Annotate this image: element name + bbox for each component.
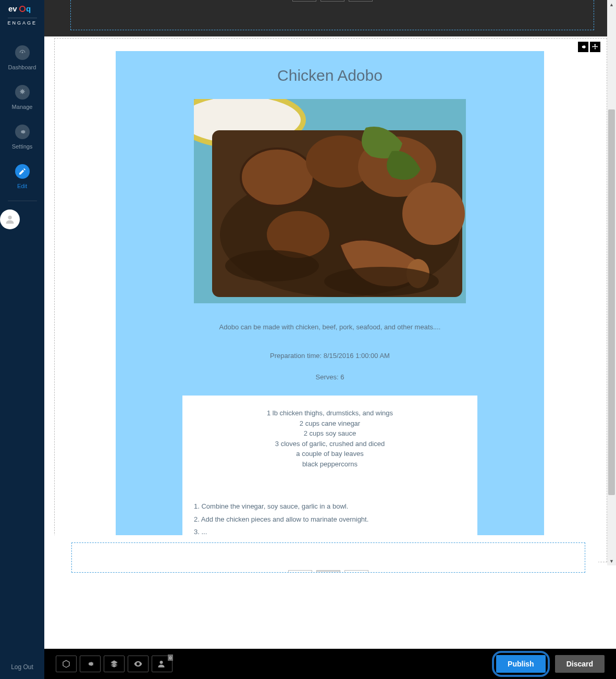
avatar[interactable] [0, 209, 20, 229]
ingredient-item: 1 lb chicken thighs, drumsticks, and win… [194, 408, 466, 418]
sidebar-nav: Dashboard Manage Settings Edit [0, 38, 44, 229]
publish-button[interactable]: Publish [496, 655, 546, 673]
edit-toolbar: 0 Publish Discard [44, 649, 616, 679]
logo-subtitle: ENGAGE [8, 18, 37, 26]
recipe-title: Chicken Adobo [116, 67, 544, 84]
preview-button[interactable] [128, 656, 149, 672]
users-button[interactable]: 0 [152, 656, 173, 672]
svg-point-16 [324, 267, 439, 296]
instructions-list: 1. Combine the vinegar, soy sauce, garli… [194, 500, 466, 539]
pencil-icon [15, 164, 30, 179]
recipe-prep-time: Preparation time: 8/15/2016 1:00:00 AM [126, 352, 534, 360]
sidebar-item-manage[interactable]: Manage [0, 78, 44, 117]
ingredient-item: black peppercorns [194, 459, 466, 470]
gear-icon [15, 125, 30, 139]
layers-button[interactable] [104, 656, 125, 672]
cube-icon [61, 659, 71, 669]
logout-link[interactable]: Log Out [0, 663, 44, 671]
svg-text:ev: ev [8, 4, 17, 13]
sidebar: ev q ENGAGE Dashboard Manage Settings [0, 0, 44, 679]
publish-highlight: Publish [492, 651, 550, 677]
mini-boxes [292, 0, 373, 2]
placeholder-box[interactable] [316, 570, 340, 573]
module-settings-button[interactable] [578, 42, 588, 52]
toolbar-right-group: Publish Discard [492, 651, 605, 677]
sidebar-item-edit[interactable]: Edit [0, 157, 44, 196]
bottom-region [44, 535, 598, 565]
bottom-drop-zone[interactable] [71, 542, 585, 573]
ingredients-list: 1 lb chicken thighs, drumsticks, and win… [194, 408, 466, 469]
placeholder-box[interactable] [321, 0, 344, 2]
tools-icon [15, 85, 30, 100]
sidebar-item-label: Settings [12, 143, 33, 150]
sidebar-item-dashboard[interactable]: Dashboard [0, 38, 44, 78]
recipe-card: Chicken Adobo [116, 51, 544, 562]
placeholder-box[interactable] [292, 0, 316, 2]
gear-icon [85, 659, 95, 669]
instruction-item: 1. Combine the vinegar, soy sauce, garli… [194, 500, 466, 513]
ingredient-item: 3 cloves of garlic, crushed and diced [194, 439, 466, 449]
layers-icon [109, 659, 119, 669]
recipe-serves: Serves: 6 [126, 373, 534, 381]
discard-button[interactable]: Discard [555, 655, 605, 673]
scroll-up-icon[interactable]: ▲ [607, 0, 616, 9]
sidebar-divider [8, 201, 37, 201]
gauge-icon [15, 45, 30, 60]
eye-icon [133, 659, 143, 669]
user-plus-icon [157, 659, 167, 669]
svg-point-3 [8, 216, 11, 219]
recipe-details-panel: 1 lb chicken thighs, drumsticks, and win… [182, 396, 477, 547]
recipe-image [194, 99, 466, 303]
vertical-scrollbar[interactable]: ▲ ▼ [607, 0, 616, 565]
evoq-logo-icon: ev q [8, 4, 36, 14]
logo: ev q ENGAGE [0, 0, 44, 28]
ingredient-item: 2 cups soy sauce [194, 428, 466, 439]
top-drop-zone[interactable] [70, 0, 594, 30]
module-controls [578, 42, 600, 52]
placeholder-box[interactable] [288, 570, 312, 573]
user-badge: 0 [168, 655, 173, 661]
ingredient-item: a couple of bay leaves [194, 449, 466, 459]
content-region: Chicken Adobo [44, 36, 607, 565]
sidebar-item-label: Edit [17, 183, 27, 189]
module-move-button[interactable] [590, 42, 600, 52]
svg-text:q: q [26, 4, 31, 13]
package-button[interactable] [56, 656, 77, 672]
recipe-description: Adobo can be made with chicken, beef, po… [126, 323, 534, 331]
svg-point-12 [402, 182, 465, 245]
instruction-item: 2. Add the chicken pieces and allow to m… [194, 513, 466, 526]
svg-point-1 [20, 6, 25, 11]
sidebar-item-settings[interactable]: Settings [0, 117, 44, 157]
ingredient-item: 2 cups cane vinegar [194, 418, 466, 429]
scrollbar-thumb[interactable] [608, 109, 615, 495]
sidebar-item-label: Dashboard [8, 64, 36, 70]
top-dark-region [44, 0, 607, 36]
module-container[interactable]: Chicken Adobo [54, 38, 607, 562]
main-canvas: Chicken Adobo [44, 0, 616, 679]
placeholder-box[interactable] [344, 570, 368, 573]
page-settings-button[interactable] [80, 656, 101, 672]
svg-point-15 [225, 250, 319, 281]
svg-point-17 [160, 661, 163, 664]
sidebar-item-label: Manage [12, 104, 33, 110]
move-icon [592, 43, 599, 51]
placeholder-box[interactable] [349, 0, 373, 2]
scroll-down-icon[interactable]: ▼ [607, 557, 616, 565]
gear-icon [580, 43, 587, 51]
toolbar-left-group: 0 [56, 656, 173, 672]
user-icon [4, 214, 16, 225]
